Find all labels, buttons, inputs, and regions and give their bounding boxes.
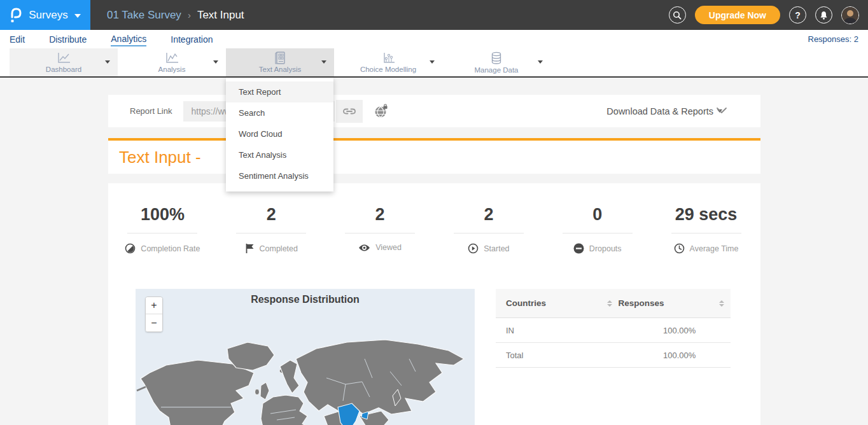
report-link-label: Report Link <box>130 106 172 116</box>
stat-completion-rate: 100% Completion Rate <box>108 205 217 254</box>
download-data-reports-dropdown[interactable]: Download Data & Reports <box>606 106 760 116</box>
breadcrumb-survey-link[interactable]: 01 Take Survey <box>107 9 181 22</box>
zoom-in-button[interactable]: + <box>146 297 162 314</box>
bell-icon <box>820 11 828 20</box>
tab-analysis[interactable]: Analysis <box>118 48 226 76</box>
caret-down-icon[interactable] <box>538 60 543 64</box>
survey-nav: Edit Distribute Analytics Integration Re… <box>0 30 868 48</box>
countries-table-header: Countries Responses <box>496 289 731 318</box>
countries-table: Countries Responses IN 100.00% Total 100… <box>496 289 731 368</box>
link-icon <box>342 108 356 115</box>
question-title: Text Input - <box>119 148 201 167</box>
responses-count: Responses: 2 <box>808 34 859 44</box>
stats-row: 100% Completion Rate 2 Completed 2 <box>108 183 760 254</box>
map-zoom-controls: + − <box>145 296 163 332</box>
completion-rate-icon <box>125 243 136 254</box>
table-row-total: Total 100.00% <box>496 343 731 368</box>
dashboard-panel: 100% Completion Rate 2 Completed 2 <box>108 183 760 425</box>
nav-item-distribute[interactable]: Distribute <box>49 33 87 46</box>
scatter-chart-icon <box>381 52 396 64</box>
nav-item-analytics[interactable]: Analytics <box>111 32 146 46</box>
caret-down-icon[interactable] <box>213 60 218 64</box>
text-analysis-dropdown-menu: Text Report Search Word Cloud Text Analy… <box>226 78 333 192</box>
surveys-menu-button[interactable]: Surveys <box>0 0 90 30</box>
trend-chart-icon <box>164 52 179 64</box>
nav-item-edit[interactable]: Edit <box>10 33 25 46</box>
eye-icon <box>358 244 370 252</box>
header-actions: Upgrade Now ? <box>669 6 868 24</box>
world-map <box>136 289 475 425</box>
response-distribution-map[interactable]: Response Distribution + − <box>136 289 475 425</box>
country-cell: IN <box>496 326 663 335</box>
menu-item-sentiment-analysis[interactable]: Sentiment Analysis <box>226 165 333 186</box>
notifications-button[interactable] <box>815 6 832 24</box>
report-document-icon <box>273 52 287 64</box>
tab-manage-data[interactable]: Manage Data <box>442 48 550 76</box>
avatar[interactable] <box>841 6 859 24</box>
tab-dashboard[interactable]: Dashboard <box>10 48 118 76</box>
report-privacy-button[interactable] <box>372 102 391 121</box>
tab-text-analysis[interactable]: Text Analysis <box>226 48 334 76</box>
stat-started: 2 Started <box>434 205 543 254</box>
app-window: Surveys 01 Take Survey › Text Input Upgr… <box>0 0 868 425</box>
country-cell: Total <box>496 351 663 360</box>
chevron-down-icon <box>716 107 727 114</box>
map-title: Response Distribution <box>136 294 475 305</box>
menu-item-word-cloud[interactable]: Word Cloud <box>226 123 333 144</box>
menu-item-search[interactable]: Search <box>226 102 333 123</box>
database-icon <box>489 52 503 65</box>
analytics-toolbar: Dashboard Analysis Text Analysis Choice … <box>0 48 868 78</box>
stat-dropouts: 0 Dropouts <box>543 205 652 254</box>
stat-completed: 2 Completed <box>217 205 326 254</box>
product-label: Surveys <box>29 9 67 22</box>
copy-link-button[interactable] <box>336 100 363 123</box>
table-row: IN 100.00% <box>496 318 731 343</box>
report-link-bar: Report Link https://ww Download Data & R… <box>108 95 760 127</box>
responses-cell: 100.00% <box>663 326 731 335</box>
stat-average-time: 29 secs Average Time <box>652 205 760 254</box>
search-button[interactable] <box>669 6 686 24</box>
question-icon: ? <box>795 10 801 20</box>
breadcrumb-current-page: Text Input <box>197 9 244 22</box>
questionpro-logo-icon <box>10 7 22 24</box>
line-chart-icon <box>56 52 71 64</box>
countries-column-header[interactable]: Countries <box>506 298 546 308</box>
question-title-card: Text Input - <box>108 141 760 174</box>
responses-cell: 100.00% <box>663 351 731 360</box>
search-icon <box>673 11 682 20</box>
responses-column-header[interactable]: Responses <box>619 298 664 308</box>
collapse-section-button[interactable] <box>716 105 727 116</box>
tab-choice-modelling[interactable]: Choice Modelling <box>334 48 442 76</box>
minus-circle-icon <box>573 243 584 254</box>
help-button[interactable]: ? <box>789 6 806 24</box>
play-circle-icon <box>468 243 479 254</box>
zoom-out-button[interactable]: − <box>146 314 162 331</box>
globe-lock-icon <box>374 104 389 119</box>
menu-item-text-analysis[interactable]: Text Analysis <box>226 144 333 165</box>
caret-down-icon[interactable] <box>105 60 110 64</box>
caret-down-icon <box>74 14 81 18</box>
sort-icon[interactable] <box>607 300 612 307</box>
menu-item-text-report[interactable]: Text Report <box>226 81 333 102</box>
breadcrumb-separator: › <box>188 10 191 20</box>
top-header: Surveys 01 Take Survey › Text Input Upgr… <box>0 0 868 30</box>
breadcrumb: 01 Take Survey › Text Input <box>107 9 244 22</box>
clock-icon <box>674 243 685 254</box>
sort-icon[interactable] <box>719 300 724 307</box>
flag-icon <box>245 243 255 254</box>
stat-viewed: 2 Viewed <box>326 205 435 254</box>
upgrade-now-button[interactable]: Upgrade Now <box>695 6 780 24</box>
caret-down-icon[interactable] <box>321 60 326 64</box>
nav-item-integration[interactable]: Integration <box>171 33 213 46</box>
caret-down-icon[interactable] <box>430 60 435 64</box>
